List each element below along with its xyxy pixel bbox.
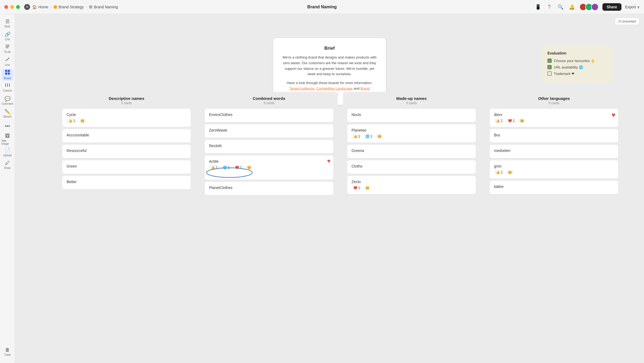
card-green-name: Green: [67, 164, 186, 168]
reaction-thumbs[interactable]: 👍 1: [67, 118, 77, 123]
acme-reaction-globe[interactable]: 🌐 1: [221, 165, 232, 170]
card-cycle: Cycle 👍 1 😊: [62, 109, 191, 127]
brand-strategy-dot: [54, 5, 57, 9]
card-planetee: Planetee 👍 1 🌐 1 😊: [347, 124, 476, 143]
help-icon[interactable]: ?: [546, 3, 553, 11]
card-planetee-name: Planetee: [352, 128, 471, 132]
sidebar-item-board[interactable]: Board: [2, 69, 13, 81]
acme-reaction-smile[interactable]: 😊: [245, 165, 253, 170]
eval-checkbox-0[interactable]: ✓: [547, 59, 552, 63]
sidebar-addimage-label: Add Image: [2, 139, 13, 145]
eval-checkbox-1[interactable]: ✓: [547, 65, 552, 69]
export-button[interactable]: Export ∨: [625, 5, 640, 9]
sidebar-item-comment[interactable]: 💬 Comment: [2, 95, 13, 106]
sidebar-item-link[interactable]: 🔗 Link: [2, 30, 13, 42]
breadcrumb-home[interactable]: 🏠 Home: [32, 5, 48, 9]
sidebar-upload-label: Upload: [3, 154, 12, 157]
device-icon[interactable]: 📱: [534, 3, 542, 11]
aterv-reaction-thumbs[interactable]: 👍 1: [494, 118, 504, 123]
maximize-button[interactable]: [16, 5, 20, 9]
sidebar-item-more[interactable]: •••: [2, 120, 13, 132]
aterv-reaction-smile[interactable]: 😊: [518, 118, 526, 123]
sidebar-line-label: Line: [5, 63, 10, 66]
card-gron: grön 👍 1 😊: [490, 160, 618, 179]
card-aterv: återv ♥ 👍 1 ❤️ 1 😊: [490, 109, 618, 127]
card-green: Green: [62, 160, 191, 174]
acme-heart-icon: ♥: [327, 158, 331, 165]
card-clotho-name: Clotho: [352, 164, 471, 168]
svg-rect-6: [5, 72, 7, 75]
breadcrumb: 🏠 Home › Brand Strategy › Brand Naming: [32, 5, 118, 9]
acme-reaction-heart[interactable]: ❤️ 1: [233, 165, 244, 170]
planetee-reaction-thumbs[interactable]: 👍 1: [352, 134, 362, 139]
share-button[interactable]: Share: [602, 3, 621, 11]
card-resourceful-name: Resourceful: [67, 148, 186, 153]
card-accountable: Acccountable: [62, 129, 191, 143]
title-bar-right: 📱 ? 🔍 🔔 Share Export ∨: [534, 3, 640, 11]
eval-label-0: Choose your favourites 👆: [554, 59, 595, 63]
search-icon[interactable]: 🔍: [557, 3, 564, 11]
planetee-reaction-globe[interactable]: 🌐 1: [364, 134, 374, 139]
aterv-heart-icon: ♥: [612, 111, 616, 119]
breadcrumb-brand-naming[interactable]: Brand Naming: [89, 5, 118, 9]
title-bar: ✕ 🏠 Home › Brand Strategy › Brand Naming…: [0, 0, 644, 14]
sketch-icon: ✏️: [5, 109, 10, 115]
sidebar-item-todo[interactable]: To-do: [2, 43, 13, 55]
sidebar-draw-label: Draw: [4, 166, 10, 169]
gron-reaction-thumbs[interactable]: 👍 1: [494, 170, 504, 175]
card-recloth-name: Recloth: [209, 144, 329, 148]
column-madeup: Made-up names 5 cards Noclo Planetee 👍 1…: [343, 92, 480, 199]
gron-reaction-smile[interactable]: 😊: [506, 170, 514, 175]
sidebar-item-trash[interactable]: 🗑 Trash: [2, 346, 13, 358]
svg-rect-4: [5, 70, 7, 72]
sidebar-item-line[interactable]: Line: [2, 56, 13, 68]
minimize-button[interactable]: [10, 5, 14, 9]
reaction-smile[interactable]: 😊: [79, 118, 86, 123]
card-aterv-reactions: 👍 1 ❤️ 1 😊: [494, 118, 614, 123]
note-icon: ☰: [5, 19, 10, 24]
aterv-reaction-heart[interactable]: ❤️ 1: [506, 118, 517, 123]
board-icon: [5, 70, 10, 76]
acme-reaction-thumbs[interactable]: 👍 1: [209, 165, 219, 170]
planetee-reaction-smile[interactable]: 😊: [376, 134, 383, 139]
draw-icon: 🖊: [5, 160, 10, 166]
trash-icon: 🗑: [5, 347, 10, 353]
sidebar-item-column[interactable]: Column: [2, 82, 13, 93]
sidebar-item-sketch[interactable]: ✏️ Sketch: [2, 107, 13, 119]
sidebar-item-addimage[interactable]: 🖼 Add Image: [2, 133, 13, 145]
eval-label-1: URL availability 🌐: [554, 65, 583, 69]
brand-naming-dot: [89, 5, 92, 9]
svg-rect-7: [8, 72, 10, 75]
col-otherlang-cards: återv ♥ 👍 1 ❤️ 1 😊 Bra medveten: [490, 109, 618, 194]
column-descriptive: Descriptive names 5 cards Cycle 👍 1 😊 Ac…: [58, 92, 195, 199]
col-descriptive-count: 5 cards: [62, 101, 191, 105]
eval-checkbox-2[interactable]: [547, 71, 552, 76]
notification-icon[interactable]: 🔔: [568, 3, 576, 11]
close-button[interactable]: [4, 5, 8, 9]
col-combined-title: Combined words: [205, 96, 333, 101]
card-enviroclothes: EnviroClothes: [205, 109, 333, 122]
card-noclo-name: Noclo: [352, 112, 471, 117]
sidebar-link-label: Link: [5, 38, 10, 41]
breadcrumb-brand-strategy[interactable]: Brand Strategy: [54, 5, 83, 9]
card-cycle-name: Cycle: [67, 112, 186, 117]
sort-button[interactable]: 0 Unsorted: [615, 18, 639, 25]
sidebar-item-note[interactable]: ☰ Note: [2, 17, 13, 29]
card-zeclo: Zeclo ❤️ 1 😊: [347, 176, 476, 194]
col-descriptive-cards: Cycle 👍 1 😊 Acccountable Resourceful Gre…: [62, 109, 191, 189]
col-madeup-title: Made-up names: [347, 96, 476, 101]
sidebar-board-label: Board: [4, 77, 11, 80]
sidebar-item-upload[interactable]: 📄 Upload: [2, 146, 13, 158]
card-zeclo-reactions: ❤️ 1 😊: [352, 186, 471, 190]
competitive-landscape-link[interactable]: Competitive Landscape: [316, 86, 353, 90]
card-zerowaste: ZeroWaste: [205, 124, 333, 138]
card-acme: AcMe ♥ 👍 1 🌐 1 ❤️ 1 😊: [205, 155, 333, 180]
eval-item-2: Trademark ❤: [547, 71, 606, 76]
card-planetee-reactions: 👍 1 🌐 1 😊: [352, 134, 471, 139]
zeclo-reaction-smile[interactable]: 😊: [364, 186, 371, 190]
target-audience-link[interactable]: Target Audience: [289, 86, 314, 90]
eval-label-2: Trademark ❤: [554, 72, 575, 76]
sidebar-item-draw[interactable]: 🖊 Draw: [2, 159, 13, 171]
zeclo-reaction-heart[interactable]: ❤️ 1: [352, 186, 362, 190]
col-otherlang-title: Other languages: [490, 96, 618, 101]
